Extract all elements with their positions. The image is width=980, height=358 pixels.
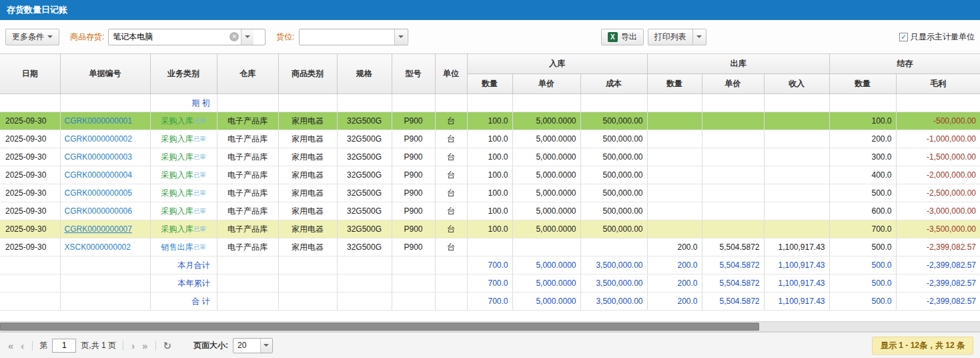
col-header-category[interactable]: 商品类别 — [278, 54, 337, 94]
cell-in-cost: 500,000.00 — [580, 220, 647, 238]
col-header-out-income[interactable]: 收入 — [764, 74, 829, 94]
page-size-select[interactable]: 20 — [233, 338, 273, 353]
cell-profit: -1,000,000.00 — [896, 130, 980, 148]
cell-doc — [60, 275, 150, 293]
horizontal-scrollbar[interactable] — [0, 321, 980, 332]
doc-number-link[interactable]: CGRK0000000005 — [65, 188, 132, 198]
cell-in-price: 5,000.0000 — [512, 220, 580, 238]
cell-in-qty: 100.0 — [467, 166, 512, 184]
cell-bal-qty: 500.0 — [829, 293, 896, 311]
product-stock-label: 商品存货: — [70, 31, 104, 43]
cell-out-qty — [647, 166, 702, 184]
goods-location-input[interactable] — [300, 29, 394, 45]
show-main-unit-checkbox-wrap[interactable]: ✓ 只显示主计量单位 — [899, 31, 975, 43]
cell-out-price — [702, 112, 764, 130]
col-header-model[interactable]: 型号 — [392, 54, 435, 94]
scrollbar-thumb[interactable] — [0, 323, 759, 331]
table-row[interactable]: 2025-09-30XSCK0000000002销售出库已审电子产品库家用电器3… — [0, 238, 980, 256]
cell-in-cost: 500,000.00 — [580, 130, 647, 148]
cell-warehouse: 电子产品库 — [217, 166, 278, 184]
cell-biz: 采购入库已审 — [150, 184, 217, 202]
cell-model — [392, 275, 435, 293]
cell-profit: -2,000,000.00 — [896, 166, 980, 184]
print-list-button[interactable]: 打印列表 — [648, 29, 693, 45]
col-header-out-qty[interactable]: 数量 — [647, 74, 702, 94]
table-row[interactable]: 合 计700.05,000.00003,500,000.00200.05,504… — [0, 293, 980, 311]
chevron-down-icon — [47, 35, 53, 38]
doc-number-link[interactable]: CGRK0000000003 — [65, 152, 132, 162]
col-header-out-price[interactable]: 单价 — [702, 74, 764, 94]
col-header-unit[interactable]: 单位 — [435, 54, 467, 94]
cell-out-price — [702, 202, 764, 220]
table-row[interactable]: 2025-09-30CGRK0000000006采购入库已审电子产品库家用电器3… — [0, 202, 980, 220]
col-header-in-price[interactable]: 单价 — [512, 74, 580, 94]
cell-in-cost: 500,000.00 — [580, 148, 647, 166]
doc-number-link[interactable]: XSCK0000000002 — [65, 242, 131, 252]
last-page-button[interactable]: » — [141, 341, 149, 351]
table-row[interactable]: 本月合计700.05,000.00003,500,000.00200.05,50… — [0, 256, 980, 275]
table-row[interactable]: 2025-09-30CGRK0000000007采购入库已审电子产品库家用电器3… — [0, 220, 980, 238]
table-row[interactable]: 2025-09-30CGRK0000000004采购入库已审电子产品库家用电器3… — [0, 166, 980, 184]
print-list-label: 打印列表 — [654, 31, 686, 43]
doc-number-link[interactable]: CGRK0000000002 — [65, 134, 132, 144]
export-button[interactable]: X 导出 — [601, 29, 644, 45]
col-header-bal-qty[interactable]: 数量 — [829, 74, 896, 94]
biz-status-tag: 已审 — [194, 208, 206, 214]
col-header-in-qty[interactable]: 数量 — [467, 74, 512, 94]
cell-in-qty — [467, 94, 512, 112]
cell-out-price — [702, 184, 764, 202]
chevron-down-icon — [245, 35, 250, 38]
product-stock-dropdown-button[interactable] — [241, 29, 254, 45]
biz-type-text: 采购入库 — [161, 188, 193, 198]
cell-spec: 32G500G — [337, 148, 392, 166]
table-row[interactable]: 期 初 — [0, 94, 980, 112]
doc-number-link[interactable]: CGRK0000000006 — [65, 206, 132, 216]
col-header-in-cost[interactable]: 成本 — [580, 74, 647, 94]
doc-number-link[interactable]: CGRK0000000007 — [65, 224, 132, 234]
cell-in-price — [512, 94, 580, 112]
col-header-profit[interactable]: 毛利 — [896, 74, 980, 94]
cell-in-qty: 100.0 — [467, 220, 512, 238]
product-stock-input[interactable] — [109, 29, 227, 45]
clear-icon[interactable]: ✕ — [229, 32, 239, 41]
col-header-spec[interactable]: 规格 — [337, 54, 392, 94]
biz-type-text: 采购入库 — [161, 116, 193, 126]
table-row[interactable]: 本年累计700.05,000.00003,500,000.00200.05,50… — [0, 275, 980, 293]
cell-biz: 采购入库已审 — [150, 220, 217, 238]
first-page-button[interactable]: « — [7, 341, 15, 351]
doc-number-link[interactable]: CGRK0000000004 — [65, 170, 132, 180]
page-size-dropdown-button[interactable] — [260, 339, 272, 353]
cell-doc: CGRK0000000006 — [60, 202, 150, 220]
cell-in-price: 5,000.0000 — [512, 112, 580, 130]
col-header-biz-type[interactable]: 业务类别 — [150, 54, 217, 94]
show-main-unit-checkbox[interactable]: ✓ — [899, 33, 908, 41]
cell-warehouse: 电子产品库 — [217, 130, 278, 148]
table-row[interactable]: 2025-09-30CGRK0000000002采购入库已审电子产品库家用电器3… — [0, 130, 980, 148]
col-header-date[interactable]: 日期 — [0, 54, 60, 94]
refresh-icon[interactable]: ↻ — [163, 341, 171, 351]
more-conditions-button[interactable]: 更多条件 — [5, 29, 59, 45]
print-list-dropdown-button[interactable] — [693, 29, 706, 45]
page-number-input[interactable] — [52, 339, 76, 353]
goods-location-dropdown-button[interactable] — [394, 29, 407, 45]
cell-profit: -3,500,000.00 — [896, 220, 980, 238]
cell-in-qty: 100.0 — [467, 202, 512, 220]
col-header-warehouse[interactable]: 仓库 — [217, 54, 278, 94]
col-header-doc-no[interactable]: 单据编号 — [60, 54, 150, 94]
doc-number-link[interactable]: CGRK0000000001 — [65, 116, 132, 126]
cell-biz: 采购入库已审 — [150, 112, 217, 130]
cell-in-price: 5,000.0000 — [512, 256, 580, 275]
cell-out-qty: 200.0 — [647, 293, 702, 311]
biz-status-tag: 已审 — [194, 190, 206, 196]
next-page-button[interactable]: › — [130, 341, 136, 351]
cell-unit: 台 — [435, 202, 467, 220]
prev-page-button[interactable]: ‹ — [19, 341, 25, 351]
table-row[interactable]: 2025-09-30CGRK0000000005采购入库已审电子产品库家用电器3… — [0, 184, 980, 202]
cell-doc: CGRK0000000001 — [60, 112, 150, 130]
table-row[interactable]: 2025-09-30CGRK0000000003采购入库已审电子产品库家用电器3… — [0, 148, 980, 166]
cell-bal-qty: 500.0 — [829, 256, 896, 275]
table-row[interactable]: 2025-09-30CGRK0000000001采购入库已审电子产品库家用电器3… — [0, 112, 980, 130]
cell-out-income: 1,100,917.43 — [764, 293, 829, 311]
cell-doc — [60, 256, 150, 275]
product-stock-combo: ✕ — [108, 29, 266, 45]
